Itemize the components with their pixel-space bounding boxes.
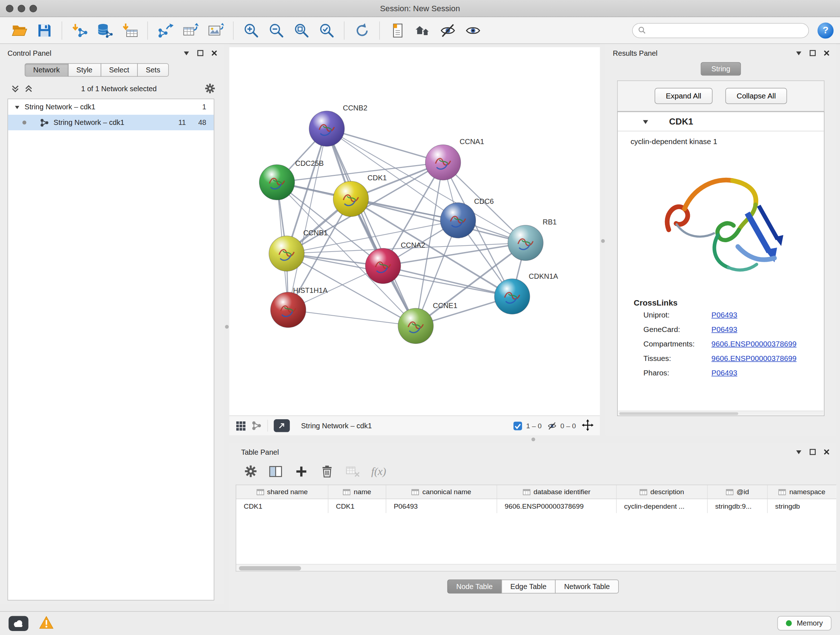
grid-view-icon[interactable] bbox=[236, 421, 246, 431]
svg-text:CCNA1: CCNA1 bbox=[460, 138, 485, 146]
zoom-out-button[interactable] bbox=[264, 19, 289, 42]
gear-icon[interactable] bbox=[205, 83, 216, 94]
splitter-handle[interactable] bbox=[531, 437, 535, 441]
import-network-database-button[interactable] bbox=[92, 19, 118, 42]
search-input[interactable] bbox=[650, 26, 803, 35]
column-header[interactable]: name bbox=[328, 485, 386, 499]
network-overview-icon[interactable] bbox=[252, 421, 262, 431]
tab-node-table[interactable]: Node Table bbox=[447, 580, 502, 594]
control-panel-title: Control Panel bbox=[8, 49, 51, 57]
network-canvas[interactable]: CCNB2CCNA1CDC25BCDK1CDC6RB1CCNB1CCNA2CDK… bbox=[229, 47, 600, 415]
tab-network-table[interactable]: Network Table bbox=[555, 580, 619, 594]
show-columns-icon[interactable] bbox=[268, 464, 283, 478]
tab-network[interactable]: Network bbox=[25, 63, 68, 77]
string-results-tab[interactable]: String bbox=[701, 62, 741, 76]
left-splitter[interactable] bbox=[224, 44, 229, 603]
selected-checkbox-icon[interactable] bbox=[513, 421, 523, 430]
maximize-panel-icon[interactable] bbox=[810, 448, 816, 455]
table-row[interactable]: CDK1 CDK1 P06493 9606.ENSP00000378699 cy… bbox=[236, 499, 836, 513]
snapshot-button[interactable] bbox=[385, 19, 410, 42]
collapse-all-icon[interactable] bbox=[11, 84, 20, 93]
float-panel-icon[interactable] bbox=[796, 448, 802, 455]
close-window-icon[interactable] bbox=[6, 5, 13, 12]
expander-triangle-icon[interactable] bbox=[14, 104, 20, 110]
svg-text:HIST1H1A: HIST1H1A bbox=[293, 287, 328, 295]
import-network-file-button[interactable] bbox=[67, 19, 92, 42]
horizontal-splitter[interactable] bbox=[229, 435, 836, 443]
crosslink-link[interactable]: 9606.ENSP00000378699 bbox=[712, 354, 797, 363]
delete-column-icon[interactable] bbox=[320, 464, 334, 478]
tab-edge-table[interactable]: Edge Table bbox=[501, 580, 556, 594]
collapse-section-icon[interactable] bbox=[643, 119, 649, 125]
table-horizontal-scrollbar[interactable] bbox=[236, 564, 836, 571]
title-bar: Session: New Session bbox=[0, 0, 840, 17]
network-collection-row[interactable]: String Network – cdk1 1 bbox=[8, 99, 214, 115]
export-table-button[interactable] bbox=[178, 19, 203, 42]
detach-view-button[interactable] bbox=[274, 419, 290, 432]
splitter-handle[interactable] bbox=[601, 239, 605, 242]
close-panel-icon[interactable] bbox=[823, 50, 830, 57]
close-panel-icon[interactable] bbox=[823, 448, 830, 455]
show-all-button[interactable] bbox=[460, 19, 485, 42]
node-count: 11 bbox=[178, 119, 186, 126]
open-session-button[interactable] bbox=[6, 19, 32, 42]
search-box[interactable] bbox=[632, 23, 809, 38]
tab-style[interactable]: Style bbox=[68, 63, 101, 77]
export-image-button[interactable] bbox=[203, 19, 228, 42]
help-icon: ? bbox=[823, 25, 829, 36]
column-header[interactable]: namespace bbox=[767, 485, 836, 499]
warnings-button[interactable] bbox=[39, 616, 54, 631]
collection-count: 1 bbox=[202, 103, 206, 111]
crosslink-row: Uniprot: P06493 bbox=[617, 307, 824, 322]
column-header[interactable]: database identifier bbox=[497, 485, 616, 499]
pan-mode-button[interactable] bbox=[582, 419, 594, 432]
scrollbar-thumb[interactable] bbox=[239, 566, 301, 570]
table-settings-gear-icon[interactable] bbox=[244, 465, 257, 478]
neighbors-button[interactable] bbox=[410, 19, 435, 42]
close-panel-icon[interactable] bbox=[211, 50, 218, 57]
houses-icon bbox=[414, 22, 430, 38]
export-network-button[interactable] bbox=[153, 19, 178, 42]
cloud-services-button[interactable] bbox=[9, 616, 28, 631]
maximize-panel-icon[interactable] bbox=[810, 50, 816, 57]
hide-selected-button[interactable] bbox=[435, 19, 460, 42]
import-table-button[interactable] bbox=[117, 19, 142, 42]
expand-all-icon[interactable] bbox=[24, 84, 33, 93]
tab-select[interactable]: Select bbox=[101, 63, 138, 77]
minimize-window-icon[interactable] bbox=[18, 5, 25, 12]
save-session-button[interactable] bbox=[32, 19, 57, 42]
splitter-handle[interactable] bbox=[225, 325, 228, 328]
results-scrollbar[interactable] bbox=[618, 410, 823, 415]
memory-button[interactable]: Memory bbox=[777, 616, 831, 631]
float-panel-icon[interactable] bbox=[796, 50, 802, 57]
tab-sets[interactable]: Sets bbox=[137, 63, 169, 77]
collapse-all-button[interactable]: Collapse All bbox=[725, 88, 787, 104]
fit-content-button[interactable] bbox=[289, 19, 314, 42]
refresh-view-button[interactable] bbox=[349, 19, 375, 42]
network-row[interactable]: String Network – cdk1 11 48 bbox=[8, 115, 214, 130]
crosslink-link[interactable]: 9606.ENSP00000378699 bbox=[712, 339, 797, 348]
add-column-icon[interactable] bbox=[294, 464, 309, 478]
column-header[interactable]: description bbox=[616, 485, 707, 499]
crosslink-link[interactable]: P06493 bbox=[712, 368, 737, 377]
fit-selected-button[interactable] bbox=[314, 19, 339, 42]
column-header[interactable]: shared name bbox=[236, 485, 328, 499]
hidden-eye-slash-icon[interactable] bbox=[548, 421, 557, 430]
scrollbar-thumb[interactable] bbox=[619, 412, 738, 415]
maximize-panel-icon[interactable] bbox=[197, 50, 204, 57]
application-window: Session: New Session ? Control bbox=[0, 0, 840, 635]
column-header[interactable]: @id bbox=[707, 485, 767, 499]
crosslink-link[interactable]: P06493 bbox=[712, 310, 737, 319]
zoom-in-button[interactable] bbox=[238, 19, 264, 42]
float-panel-icon[interactable] bbox=[183, 50, 189, 57]
crosslink-link[interactable]: P06493 bbox=[712, 325, 737, 333]
column-header[interactable]: canonical name bbox=[386, 485, 497, 499]
help-button[interactable]: ? bbox=[818, 22, 834, 38]
expand-all-button[interactable]: Expand All bbox=[654, 88, 712, 104]
maximize-window-icon[interactable] bbox=[29, 5, 37, 12]
main-toolbar: ? bbox=[0, 17, 840, 44]
vertical-splitter[interactable] bbox=[600, 44, 606, 435]
open-folder-icon bbox=[11, 22, 27, 38]
toolbar-separator bbox=[147, 21, 148, 39]
crosslink-label: Compartments: bbox=[644, 339, 712, 348]
